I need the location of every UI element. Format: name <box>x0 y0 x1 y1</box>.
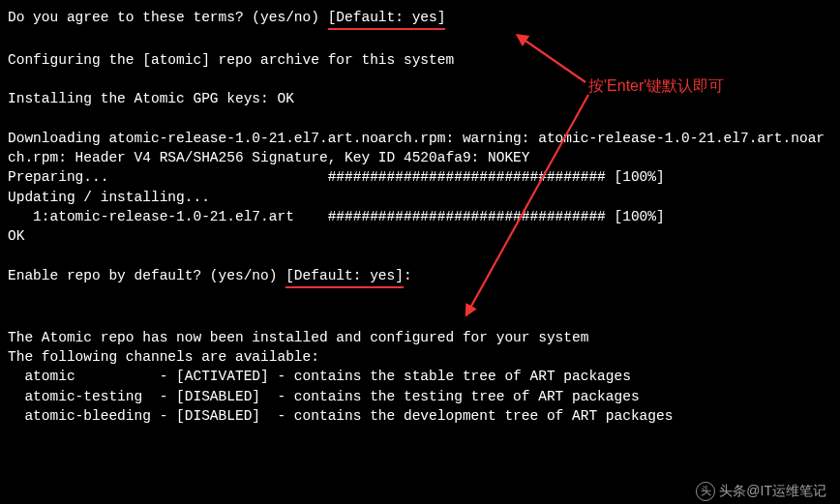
prompt-enable-repo[interactable]: Enable repo by default? (yes/no) [Defaul… <box>8 268 412 283</box>
line-configuring: Configuring the [atomic] repo archive fo… <box>8 52 454 68</box>
line-channels-header: The following channels are available: <box>8 349 319 365</box>
line-pkg-progress: 1:atomic-release-1.0-21.el7.art ########… <box>8 209 665 224</box>
line-ok: OK <box>8 228 24 244</box>
line-install-gpg: Installing the Atomic GPG keys: OK <box>8 91 294 106</box>
channel-row: atomic-testing - [DISABLED] - contains t… <box>8 389 640 404</box>
terminal-output: Do you agree to these terms? (yes/no) [D… <box>8 8 832 426</box>
default-yes-1: [Default: yes] <box>328 8 446 30</box>
channel-row: atomic - [ACTIVATED] - contains the stab… <box>8 369 631 384</box>
prompt-agree-terms[interactable]: Do you agree to these terms? (yes/no) [D… <box>8 10 445 25</box>
channel-row: atomic-bleeding - [DISABLED] - contains … <box>8 408 673 424</box>
watermark-logo-icon: 头 <box>696 482 715 501</box>
line-installed-msg: The Atomic repo has now been installed a… <box>8 330 588 345</box>
watermark: 头 头条@IT运维笔记 <box>696 482 826 501</box>
line-updating: Updating / installing... <box>8 190 210 205</box>
line-preparing: Preparing... ###########################… <box>8 169 665 185</box>
annotation-label: 按'Enter'键默认即可 <box>588 75 724 97</box>
default-yes-2: [Default: yes] <box>285 266 404 288</box>
line-download-warning: Downloading atomic-release-1.0-21.el7.ar… <box>8 131 825 165</box>
